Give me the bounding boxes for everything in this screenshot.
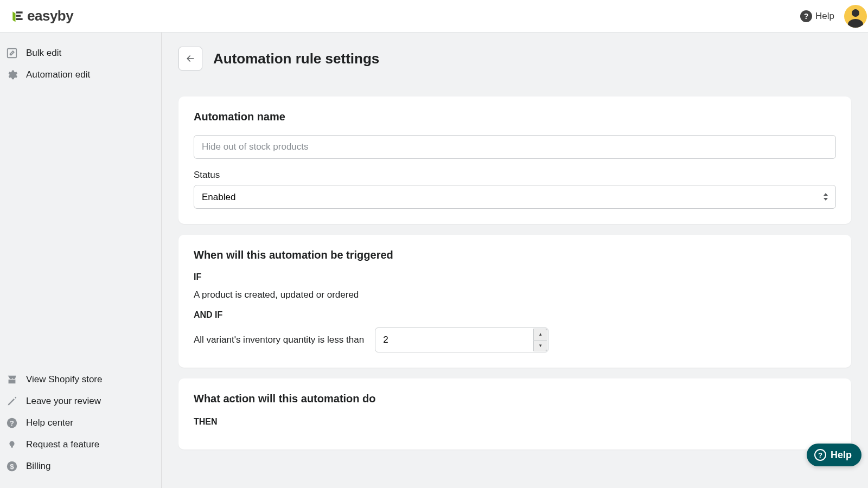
sidebar-label: Help center <box>26 418 73 428</box>
sidebar-item-view-store[interactable]: View Shopify store <box>0 369 161 390</box>
header-help-label: Help <box>815 11 834 22</box>
if-condition-text: A product is created, updated or ordered <box>194 290 836 300</box>
sidebar: Bulk edit Automation edit View Shopify s… <box>0 33 162 488</box>
user-avatar[interactable] <box>844 5 867 28</box>
lightbulb-icon <box>5 438 18 451</box>
dollar-circle-icon: $ <box>5 460 18 473</box>
card-heading: What action will this automation do <box>194 393 836 405</box>
caret-up-icon: ▲ <box>538 332 542 337</box>
sidebar-label: Request a feature <box>26 439 99 450</box>
question-circle-icon: ? <box>5 416 18 429</box>
sidebar-item-bulk-edit[interactable]: Bulk edit <box>0 42 161 64</box>
sidebar-label: Leave your review <box>26 396 101 407</box>
help-widget-button[interactable]: ? Help <box>807 444 861 466</box>
help-widget-icon: ? <box>814 449 826 461</box>
edit-square-icon <box>5 47 18 60</box>
header-help-link[interactable]: ? Help <box>800 10 834 22</box>
quantity-threshold-input[interactable] <box>375 328 548 352</box>
sidebar-item-request-feature[interactable]: Request a feature <box>0 434 161 455</box>
then-label: THEN <box>194 417 836 427</box>
sidebar-item-leave-review[interactable]: Leave your review <box>0 390 161 412</box>
pencil-icon <box>5 395 18 408</box>
svg-rect-4 <box>11 446 13 448</box>
page-title: Automation rule settings <box>213 50 379 67</box>
card-heading: Automation name <box>194 111 836 123</box>
automation-name-input[interactable] <box>194 135 836 159</box>
status-field-label: Status <box>194 170 836 181</box>
brand-logo[interactable]: easyby <box>10 8 73 24</box>
quantity-step-up[interactable]: ▲ <box>533 329 547 340</box>
sidebar-item-automation-edit[interactable]: Automation edit <box>0 64 161 86</box>
if-label: IF <box>194 272 836 282</box>
and-if-condition-text: All variant's inventory quantity is less… <box>194 335 364 345</box>
brand-name: easyby <box>27 8 73 24</box>
svg-rect-0 <box>8 49 17 58</box>
card-automation-name: Automation name Status Enabled <box>178 97 851 224</box>
card-action: What action will this automation do THEN <box>178 378 851 450</box>
store-icon <box>5 373 18 386</box>
quantity-step-down[interactable]: ▼ <box>533 340 547 352</box>
card-trigger: When will this automation be triggered I… <box>178 235 851 368</box>
main-content: Automation rule settings Automation name… <box>162 33 868 488</box>
and-if-label: AND IF <box>194 310 836 320</box>
sidebar-label: Automation edit <box>26 69 90 80</box>
svg-text:?: ? <box>10 419 14 427</box>
sidebar-label: Billing <box>26 461 50 472</box>
arrow-left-icon <box>185 53 196 64</box>
help-widget-label: Help <box>831 450 852 461</box>
sidebar-item-help-center[interactable]: ? Help center <box>0 412 161 434</box>
logo-mark-icon <box>10 9 25 24</box>
sidebar-label: View Shopify store <box>26 374 102 385</box>
app-header: easyby ? Help <box>0 0 868 33</box>
card-heading: When will this automation be triggered <box>194 249 836 261</box>
caret-down-icon: ▼ <box>538 343 542 348</box>
sidebar-item-billing[interactable]: $ Billing <box>0 455 161 477</box>
svg-point-3 <box>9 441 14 446</box>
help-circle-icon: ? <box>800 10 812 22</box>
status-select[interactable]: Enabled <box>194 185 836 209</box>
sidebar-label: Bulk edit <box>26 48 61 59</box>
svg-text:$: $ <box>10 463 14 471</box>
back-button[interactable] <box>178 47 202 70</box>
gear-icon <box>5 68 18 81</box>
